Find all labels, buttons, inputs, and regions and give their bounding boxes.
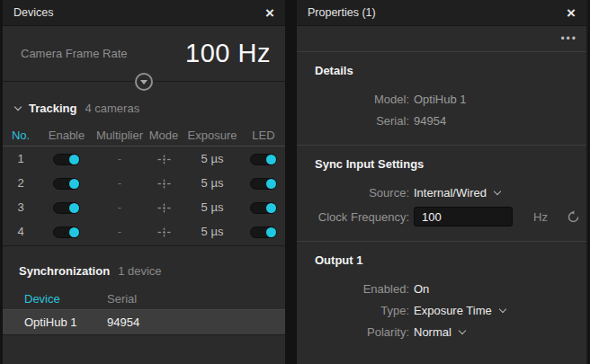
clock-frequency-row: Clock Frequency: Hz <box>297 206 586 227</box>
polarity-label: Polarity: <box>297 325 414 339</box>
properties-panel-title: Properties (1) <box>308 6 565 19</box>
model-label: Model: <box>297 93 414 106</box>
clock-frequency-input[interactable] <box>414 207 513 226</box>
multiplier-value: - <box>94 176 145 190</box>
column-header-exposure[interactable]: Exposure <box>183 129 242 142</box>
devices-panel: Devices × Camera Frame Rate 100 Hz Track… <box>3 0 285 364</box>
devices-close-icon[interactable]: × <box>264 5 276 21</box>
mode-crosshair-icon[interactable] <box>157 201 171 215</box>
clock-frequency-label: Clock Frequency: <box>297 210 414 224</box>
sync-input-settings-title: Sync Input Settings <box>297 157 586 171</box>
led-toggle[interactable] <box>250 226 277 238</box>
camera-frame-rate-value[interactable]: 100 Hz <box>185 39 271 68</box>
frame-rate-expander-button[interactable] <box>135 73 153 91</box>
led-toggle[interactable] <box>250 202 277 214</box>
exposure-value[interactable]: 5 µs <box>183 152 242 165</box>
properties-toolbar: ••• <box>297 26 586 52</box>
enable-toggle[interactable] <box>53 178 80 190</box>
type-value: Exposure Time <box>414 304 492 317</box>
chevron-down-icon <box>494 188 501 195</box>
model-row: Model: OptiHub 1 <box>297 88 586 110</box>
tracking-camera-count: 4 cameras <box>85 102 139 115</box>
model-value: OptiHub 1 <box>414 93 467 106</box>
type-dropdown[interactable]: Exposure Time <box>414 304 505 317</box>
column-header-multiplier[interactable]: Multiplier <box>94 129 145 142</box>
synchronization-title: Synchronization <box>19 264 110 278</box>
output1-title: Output 1 <box>297 253 586 267</box>
camera-frame-rate-label: Camera Frame Rate <box>21 47 185 60</box>
camera-number: 1 <box>3 152 39 165</box>
camera-row: 1 - 5 µs <box>3 146 285 171</box>
column-header-led[interactable]: LED <box>242 129 285 142</box>
sync-device-table: Device Serial OptiHub 1 94954 <box>3 289 285 335</box>
source-value: Internal/Wired <box>414 186 487 200</box>
sync-device-row[interactable]: OptiHub 1 94954 <box>3 310 285 335</box>
serial-row: Serial: 94954 <box>297 110 586 131</box>
device-name: OptiHub 1 <box>24 315 107 329</box>
multiplier-value: - <box>94 225 145 238</box>
exposure-value[interactable]: 5 µs <box>183 176 242 190</box>
mode-crosshair-icon[interactable] <box>157 226 171 239</box>
synchronization-section-header: Synchronization 1 device <box>3 246 285 278</box>
sync-table-header-row: Device Serial <box>3 289 285 310</box>
reset-undo-icon[interactable] <box>567 210 580 224</box>
chevron-down-icon <box>14 102 22 110</box>
camera-row: 2 - 5 µs <box>3 171 285 195</box>
serial-value: 94954 <box>414 114 446 128</box>
enabled-row: Enabled: On <box>297 278 586 299</box>
synchronization-device-count: 1 device <box>118 264 161 278</box>
multiplier-value: - <box>94 200 145 214</box>
camera-number: 4 <box>3 225 39 238</box>
mode-crosshair-icon[interactable] <box>157 153 171 166</box>
source-dropdown[interactable]: Internal/Wired <box>414 186 500 200</box>
tracking-title: Tracking <box>29 102 76 115</box>
camera-row: 4 - 5 µs <box>3 219 285 244</box>
polarity-row: Polarity: Normal <box>297 321 586 342</box>
properties-titlebar: Properties (1) × <box>297 0 586 26</box>
chevron-down-icon <box>498 306 505 313</box>
column-header-device[interactable]: Device <box>24 292 107 306</box>
serial-label: Serial: <box>297 114 414 128</box>
led-toggle[interactable] <box>250 178 277 190</box>
multiplier-value: - <box>94 152 145 165</box>
enabled-value[interactable]: On <box>414 282 429 296</box>
devices-panel-title: Devices <box>13 6 264 19</box>
enable-toggle[interactable] <box>53 202 80 214</box>
output1-section: Output 1 Enabled: On Type: Exposure Time… <box>297 242 586 356</box>
camera-number: 3 <box>3 200 39 214</box>
more-options-icon[interactable]: ••• <box>560 36 577 41</box>
clock-frequency-unit: Hz <box>533 210 548 224</box>
exposure-value[interactable]: 5 µs <box>183 225 242 238</box>
properties-close-icon[interactable]: × <box>565 5 577 21</box>
camera-table: No. Enable Multiplier Mode Exposure LED … <box>3 124 285 244</box>
column-header-no[interactable]: No. <box>3 129 39 142</box>
column-header-mode[interactable]: Mode <box>145 129 183 142</box>
enable-toggle[interactable] <box>53 154 80 165</box>
column-header-enable[interactable]: Enable <box>39 129 94 142</box>
enabled-label: Enabled: <box>297 282 414 296</box>
polarity-dropdown[interactable]: Normal <box>414 325 465 339</box>
details-title: Details <box>297 64 586 77</box>
source-row: Source: Internal/Wired <box>297 182 586 203</box>
camera-row: 3 - 5 µs <box>3 195 285 219</box>
led-toggle[interactable] <box>250 154 277 165</box>
mode-crosshair-icon[interactable] <box>157 177 171 191</box>
chevron-down-icon <box>459 327 466 334</box>
camera-table-header-row: No. Enable Multiplier Mode Exposure LED <box>3 124 285 146</box>
camera-number: 2 <box>3 176 39 190</box>
exposure-value[interactable]: 5 µs <box>183 200 242 214</box>
type-row: Type: Exposure Time <box>297 299 586 321</box>
sync-input-settings-section: Sync Input Settings Source: Internal/Wir… <box>297 146 586 242</box>
type-label: Type: <box>297 304 414 317</box>
properties-panel: Properties (1) × ••• Details Model: Opti… <box>297 0 588 364</box>
enable-toggle[interactable] <box>53 226 80 238</box>
column-header-serial[interactable]: Serial <box>107 292 285 306</box>
polarity-value: Normal <box>414 325 451 339</box>
device-serial: 94954 <box>107 315 285 329</box>
chevron-down-icon <box>140 80 148 84</box>
source-label: Source: <box>297 186 414 200</box>
devices-titlebar: Devices × <box>3 0 285 26</box>
details-section: Details Model: OptiHub 1 Serial: 94954 <box>297 52 586 146</box>
